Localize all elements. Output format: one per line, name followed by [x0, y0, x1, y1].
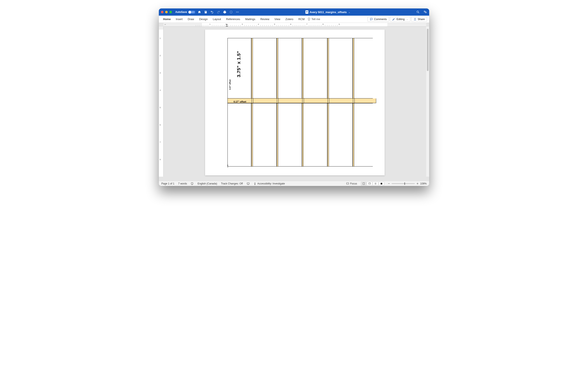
editing-mode-button[interactable]: Editing ⌄: [390, 17, 410, 22]
status-language[interactable]: English (Canada): [197, 182, 217, 185]
ruler-number: 1: [160, 37, 161, 39]
zoom-slider-knob[interactable]: [404, 182, 405, 185]
label-cell[interactable]: [278, 38, 302, 98]
ribbon-tab-layout[interactable]: Layout: [210, 16, 223, 22]
label-cell[interactable]: [329, 103, 353, 167]
accessibility-label: Accessibility: Investigate: [257, 182, 285, 185]
ribbon-tab-mailings[interactable]: Mailings: [243, 16, 257, 22]
label-cell[interactable]: 3.75" x 1.5" 0.07" offset: [228, 38, 251, 98]
autosave-label: AutoSave: [175, 11, 187, 14]
svg-point-4: [417, 11, 419, 13]
document-canvas[interactable]: 3.75" x 1.5" 0.07" offset: [164, 27, 426, 181]
label-cell[interactable]: [354, 103, 373, 167]
ruler-number: 4: [160, 89, 161, 91]
outline-view-button[interactable]: [373, 182, 378, 186]
vertical-scrollbar[interactable]: [426, 27, 429, 177]
status-display-settings-icon[interactable]: [247, 182, 250, 185]
ruler-number: 3: [242, 23, 243, 25]
redo-icon[interactable]: [216, 10, 220, 14]
autosave-control[interactable]: AutoSave OFF: [175, 11, 195, 14]
word-window: AutoSave OFF: [159, 8, 429, 186]
horizontal-ruler[interactable]: ⌐ 123456789: [164, 23, 426, 27]
ruler-number: 8: [322, 23, 324, 25]
ribbon-tab-draw[interactable]: Draw: [186, 16, 196, 22]
scrollbar-thumb[interactable]: [427, 29, 429, 71]
svg-point-3: [238, 12, 239, 12]
label-cell[interactable]: [329, 38, 353, 98]
svg-point-1: [236, 12, 237, 12]
label-row: 3.75" x 1.5" 0.07" offset: [228, 38, 376, 98]
label-cell[interactable]: [253, 103, 277, 167]
tell-me-search[interactable]: Tell me: [308, 18, 320, 21]
label-cell[interactable]: [253, 38, 277, 98]
comments-button[interactable]: Comments: [368, 17, 389, 22]
draft-view-button[interactable]: [379, 182, 384, 186]
ruler-number: 6: [160, 124, 161, 126]
search-icon[interactable]: [416, 10, 420, 14]
ribbon-tab-review[interactable]: Review: [258, 16, 272, 22]
status-page[interactable]: Page 1 of 1: [161, 182, 174, 185]
zoom-window-button[interactable]: [169, 11, 172, 13]
ribbon-tab-design[interactable]: Design: [197, 16, 210, 22]
qat-placeholder-icon[interactable]: [229, 10, 233, 14]
titlebar: AutoSave OFF: [159, 8, 429, 16]
vertical-offset-strip: [353, 103, 354, 167]
status-spellcheck-icon[interactable]: [191, 182, 194, 185]
ruler-number: 7: [160, 141, 161, 143]
ribbon-tab-home[interactable]: Home: [161, 16, 173, 22]
ribbon-tabs: Home Insert Draw Design Layout Reference…: [159, 16, 429, 23]
vertical-offset-text: 0.07" offset: [229, 80, 231, 90]
vertical-offset-strip: [277, 103, 278, 167]
ruler-number: 7: [306, 23, 307, 25]
focus-mode-button[interactable]: Focus: [346, 182, 357, 185]
chevron-down-icon: ⌄: [349, 11, 350, 13]
zoom-out-button[interactable]: −: [388, 182, 390, 186]
titlebar-right: [416, 10, 427, 14]
svg-point-0: [230, 11, 232, 13]
vertical-ruler[interactable]: 12345678: [159, 27, 164, 177]
ruler-number: 4: [258, 23, 259, 25]
home-icon[interactable]: [197, 10, 201, 14]
horizontal-offset-strip: 0.17" offset: [228, 98, 376, 103]
label-cell[interactable]: [228, 103, 251, 167]
more-commands-icon[interactable]: [235, 10, 239, 14]
document-title[interactable]: Avery 5011_margins_offsets ⌄: [241, 10, 414, 14]
vertical-offset-strip: [302, 103, 303, 167]
print-icon[interactable]: [223, 10, 227, 14]
zoom-level[interactable]: 108%: [420, 182, 427, 185]
editing-label: Editing: [397, 18, 404, 21]
page[interactable]: 3.75" x 1.5" 0.07" offset: [205, 30, 385, 175]
autosave-toggle[interactable]: OFF: [188, 11, 195, 14]
label-cell[interactable]: [303, 103, 327, 167]
status-track-changes[interactable]: Track Changes: Off: [221, 182, 243, 185]
account-icon[interactable]: [423, 10, 427, 14]
workspace: ⌐ 123456789 12345678 3.75" x 1.5" 0.07" …: [159, 23, 429, 181]
web-layout-view-button[interactable]: [367, 182, 372, 186]
ribbon-tab-references[interactable]: References: [224, 16, 242, 22]
ribbon-tab-zotero[interactable]: Zotero: [283, 16, 295, 22]
label-cell[interactable]: [354, 38, 373, 98]
status-words[interactable]: 7 words: [178, 182, 187, 185]
ribbon-tab-view[interactable]: View: [272, 16, 282, 22]
svg-point-5: [424, 11, 425, 12]
ruler-number: 5: [274, 23, 275, 25]
close-window-button[interactable]: [161, 11, 164, 13]
label-cell[interactable]: [303, 38, 327, 98]
comments-label: Comments: [374, 18, 387, 21]
horizontal-offset-text: 0.17" offset: [234, 100, 246, 103]
save-icon[interactable]: [204, 10, 208, 14]
zoom-slider[interactable]: [392, 183, 415, 184]
zoom-in-button[interactable]: +: [417, 182, 419, 186]
label-cell[interactable]: [278, 103, 302, 167]
ribbon-tab-rcm[interactable]: RCM: [296, 16, 307, 22]
status-accessibility[interactable]: Accessibility: Investigate: [253, 182, 285, 185]
share-button[interactable]: Share: [411, 17, 427, 22]
print-layout-view-button[interactable]: [361, 182, 366, 186]
autosave-state: OFF: [191, 11, 194, 13]
minimize-window-button[interactable]: [165, 11, 168, 13]
svg-rect-10: [369, 183, 370, 184]
undo-icon[interactable]: [210, 10, 214, 14]
ribbon-tab-insert[interactable]: Insert: [174, 16, 185, 22]
pencil-icon: [392, 18, 395, 21]
svg-point-7: [254, 182, 255, 183]
